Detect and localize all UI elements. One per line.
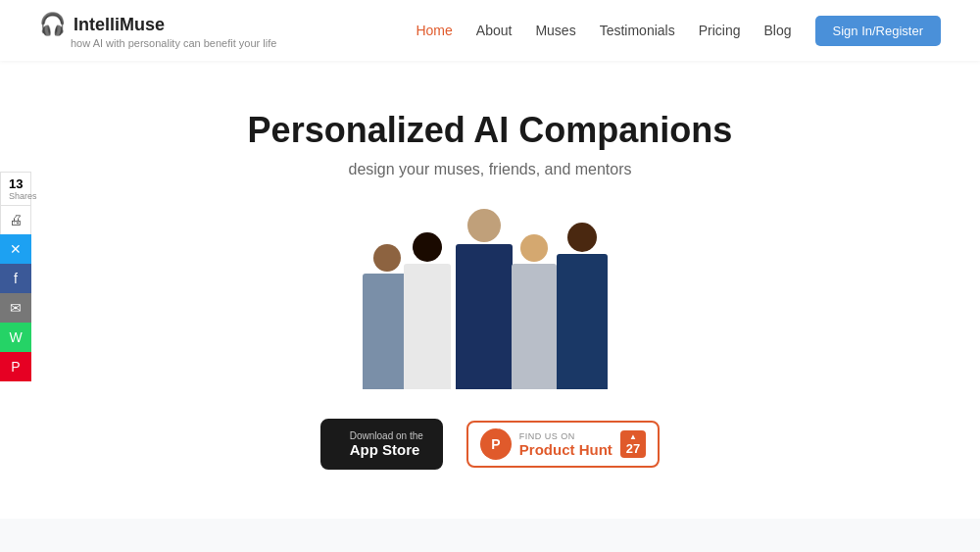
nav-links: Home About Muses Testimonials Pricing Bl… — [416, 16, 941, 46]
whatsapp-button[interactable]: W — [0, 323, 31, 352]
brand-icon: 🎧 — [39, 12, 66, 37]
pinterest-button[interactable]: P — [0, 352, 31, 381]
email-button[interactable]: ✉ — [0, 293, 31, 323]
navbar: 🎧 IntelliMuse how AI with personality ca… — [0, 0, 980, 61]
badge-arrow: ▲ — [629, 432, 637, 441]
app-store-text: Download on the App Store — [350, 430, 423, 458]
print-button[interactable]: 🖨 — [0, 205, 31, 234]
product-hunt-button[interactable]: P FIND US ON Product Hunt ▲ 27 — [466, 421, 660, 468]
facebook-button[interactable]: f — [0, 264, 31, 293]
brand-tagline: how AI with personality can benefit your… — [71, 37, 276, 49]
nav-blog[interactable]: Blog — [763, 23, 791, 38]
product-hunt-icon: P — [480, 428, 512, 460]
product-hunt-badge: ▲ 27 — [620, 430, 646, 458]
cta-row: Download on the App Store P FIND US ON P… — [20, 419, 960, 470]
nav-testimonials[interactable]: Testimonials — [600, 23, 675, 38]
product-hunt-big-text: Product Hunt — [519, 441, 612, 458]
brand-logo: 🎧 IntelliMuse — [39, 12, 276, 37]
social-sidebar: 13 Shares 🖨 ✕ f ✉ W P — [0, 172, 31, 381]
hero-image — [20, 208, 960, 389]
app-store-big-text: App Store — [350, 441, 423, 458]
how-section: How does it work We have created several… — [0, 519, 980, 552]
nav-home[interactable]: Home — [416, 23, 452, 38]
hero-section: Personalized AI Companions design your m… — [0, 61, 980, 519]
shares-count: 13 Shares — [0, 172, 31, 205]
person-3 — [456, 209, 513, 389]
shares-label: Shares — [9, 191, 23, 201]
product-hunt-small-text: FIND US ON — [519, 431, 612, 441]
hero-title: Personalized AI Companions — [20, 110, 960, 151]
brand: 🎧 IntelliMuse how AI with personality ca… — [39, 12, 276, 49]
nav-pricing[interactable]: Pricing — [699, 23, 741, 38]
nav-muses[interactable]: Muses — [535, 23, 575, 38]
hero-subtitle: design your muses, friends, and mentors — [20, 161, 960, 178]
people-group — [363, 208, 617, 389]
sign-in-button[interactable]: Sign In/Register — [815, 16, 942, 46]
nav-about[interactable]: About — [476, 23, 513, 38]
shares-number: 13 — [9, 176, 23, 191]
twitter-button[interactable]: ✕ — [0, 234, 31, 264]
app-store-small-text: Download on the — [350, 430, 423, 441]
person-2 — [404, 232, 451, 389]
app-store-button[interactable]: Download on the App Store — [320, 419, 443, 470]
brand-name: IntelliMuse — [74, 15, 165, 35]
person-4 — [512, 234, 557, 389]
person-5 — [557, 223, 608, 389]
badge-count: 27 — [626, 441, 640, 456]
product-hunt-text: FIND US ON Product Hunt — [519, 431, 612, 458]
